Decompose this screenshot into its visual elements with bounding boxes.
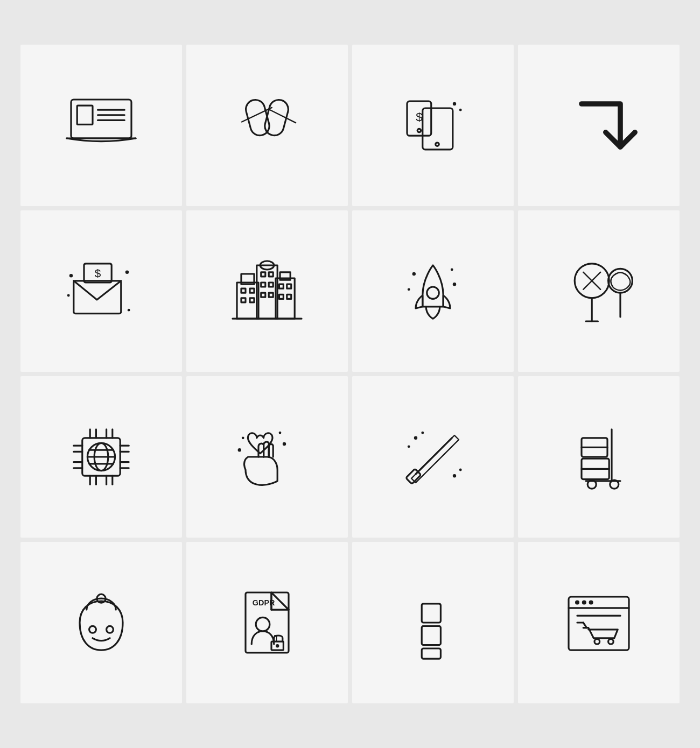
icon-coin-purse xyxy=(20,542,182,703)
svg-point-15 xyxy=(453,102,456,105)
svg-point-20 xyxy=(69,274,73,277)
svg-point-108 xyxy=(276,644,279,647)
icon-lollipop-candy xyxy=(518,210,680,372)
icon-luggage-cart xyxy=(518,376,680,538)
svg-rect-36 xyxy=(261,293,265,297)
svg-point-16 xyxy=(459,109,462,111)
svg-rect-110 xyxy=(422,626,440,645)
svg-point-79 xyxy=(238,448,241,451)
icon-arrow-down-right xyxy=(518,45,680,206)
icon-online-shop xyxy=(518,542,680,703)
svg-point-86 xyxy=(421,432,424,434)
svg-line-9 xyxy=(268,109,297,123)
svg-point-11 xyxy=(436,143,439,146)
svg-rect-29 xyxy=(250,298,254,302)
svg-point-82 xyxy=(242,436,244,439)
icon-laptop-book xyxy=(20,45,182,206)
svg-rect-40 xyxy=(279,284,283,288)
svg-point-45 xyxy=(427,287,439,299)
icon-global-chip xyxy=(20,376,182,538)
svg-rect-26 xyxy=(241,288,246,293)
svg-point-87 xyxy=(408,445,410,448)
svg-rect-37 xyxy=(269,293,273,297)
svg-point-13 xyxy=(417,129,421,132)
svg-point-99 xyxy=(89,626,96,633)
svg-point-80 xyxy=(283,442,286,446)
icon-pills xyxy=(186,45,348,206)
svg-point-89 xyxy=(459,469,462,471)
svg-point-23 xyxy=(128,309,130,312)
svg-rect-34 xyxy=(261,283,265,287)
svg-point-116 xyxy=(589,600,593,604)
svg-point-105 xyxy=(256,617,270,631)
svg-rect-35 xyxy=(269,283,273,287)
svg-point-88 xyxy=(453,474,456,477)
svg-rect-24 xyxy=(237,283,258,319)
svg-point-22 xyxy=(67,294,70,297)
svg-point-121 xyxy=(608,639,614,644)
icon-gdpr-document: GDPR T xyxy=(186,542,348,703)
svg-text:$: $ xyxy=(95,267,101,279)
svg-text:GDPR: GDPR xyxy=(253,598,275,607)
svg-rect-33 xyxy=(269,272,273,277)
svg-point-49 xyxy=(408,288,410,291)
svg-rect-43 xyxy=(287,294,291,299)
icon-checklist xyxy=(352,542,514,703)
svg-point-48 xyxy=(453,283,456,286)
svg-point-21 xyxy=(125,271,129,274)
svg-point-46 xyxy=(412,272,416,276)
icon-city-buildings xyxy=(186,210,348,372)
svg-point-81 xyxy=(279,432,282,434)
svg-text:$: $ xyxy=(416,110,423,124)
svg-rect-1 xyxy=(77,105,93,124)
svg-point-114 xyxy=(575,600,579,604)
svg-point-115 xyxy=(582,600,586,604)
svg-point-85 xyxy=(414,436,417,440)
svg-line-83 xyxy=(416,438,452,474)
svg-point-100 xyxy=(107,626,114,633)
svg-rect-32 xyxy=(261,272,265,277)
icon-mobile-payment: $ xyxy=(352,45,514,206)
svg-rect-28 xyxy=(241,298,246,302)
svg-rect-109 xyxy=(422,604,440,623)
svg-point-120 xyxy=(594,639,600,644)
svg-rect-30 xyxy=(257,265,277,319)
svg-rect-41 xyxy=(287,284,291,288)
icon-heart-hand xyxy=(186,376,348,538)
svg-rect-42 xyxy=(279,294,283,299)
icon-knife-cutter xyxy=(352,376,514,538)
icon-rocket xyxy=(352,210,514,372)
svg-rect-27 xyxy=(250,288,254,293)
icon-money-envelope: $ xyxy=(20,210,182,372)
svg-point-47 xyxy=(451,269,453,271)
svg-rect-111 xyxy=(422,648,440,659)
icon-grid: $ $ xyxy=(16,40,684,708)
